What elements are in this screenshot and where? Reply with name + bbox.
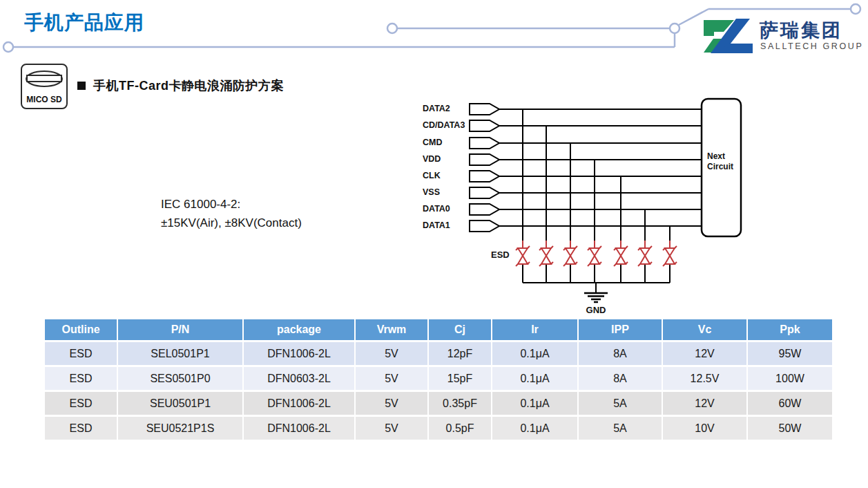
micro-sd-card-icon: MICO SD	[21, 64, 68, 109]
esd-diode-icons	[516, 241, 677, 266]
signal-arrow-icons	[470, 104, 499, 232]
table-cell: SEL0501P1	[118, 342, 244, 367]
table-cell: DFN0603-2L	[244, 367, 356, 392]
gnd-label: GND	[580, 305, 612, 315]
table-cell: 5A	[579, 417, 663, 442]
sd-card-glyph	[23, 69, 65, 88]
esd-diode	[614, 241, 628, 266]
table-cell: 8A	[579, 367, 663, 392]
table-row: ESD SES0501P0 DFN0603-2L 5V 15pF 0.1μA 8…	[45, 367, 832, 392]
signal-label-vss: VSS	[423, 187, 440, 197]
iec-note: IEC 61000-4-2: ±15KV(Air), ±8KV(Contact)	[161, 195, 302, 232]
table-cell: 12V	[663, 342, 748, 367]
table-cell: 0.5pF	[429, 417, 492, 442]
table-cell: ESD	[45, 392, 118, 417]
table-cell: 8A	[579, 342, 663, 367]
table-cell: ESD	[45, 342, 118, 367]
column-header: Vrwm	[356, 319, 429, 342]
signal-label-cddata3: CD/DATA3	[423, 120, 465, 130]
table-cell: 0.1μA	[492, 342, 579, 367]
table-cell: ESD	[45, 417, 118, 442]
esd-diode	[563, 241, 577, 266]
circuit-traces	[470, 104, 702, 293]
column-header: Ppk	[748, 319, 832, 342]
column-header: package	[244, 319, 356, 342]
table-cell: 15pF	[429, 367, 492, 392]
table-cell: 5V	[356, 342, 429, 367]
table-cell: 12V	[663, 392, 748, 417]
table-cell: 100W	[748, 367, 832, 392]
table-cell: 5A	[579, 392, 663, 417]
column-header: Vc	[663, 319, 748, 342]
column-header: Ir	[492, 319, 579, 342]
iec-note-line2: ±15KV(Air), ±8KV(Contact)	[161, 214, 302, 232]
esd-diode	[638, 241, 652, 266]
table-cell: 0.1μA	[492, 392, 579, 417]
table-cell: SES0501P0	[118, 367, 244, 392]
table-cell: DFN1006-2L	[244, 392, 356, 417]
section-heading-text: 手机TF-Card卡静电浪涌防护方案	[93, 77, 284, 94]
column-header: IPP	[579, 319, 663, 342]
table-cell: 12pF	[429, 342, 492, 367]
signal-label-data0: DATA0	[423, 204, 450, 214]
table-header-row: Outline P/N package Vrwm Cj Ir IPP Vc Pp…	[45, 319, 832, 342]
table-cell: DFN1006-2L	[244, 342, 356, 367]
table-cell: 60W	[748, 392, 832, 417]
table-row: ESD SEU0521P1S DFN1006-2L 5V 0.5pF 0.1μA…	[45, 417, 832, 442]
sd-icon-label: MICO SD	[26, 95, 61, 104]
table-cell: 0.35pF	[429, 392, 492, 417]
table-cell: SEU0521P1S	[118, 417, 244, 442]
table-cell: 12.5V	[663, 367, 748, 392]
signal-label-vdd: VDD	[423, 154, 441, 164]
table-cell: 5V	[356, 367, 429, 392]
iec-note-line1: IEC 61000-4-2:	[161, 195, 302, 214]
slide: { "page": { "title": "手机产品应用" }, "logo":…	[0, 0, 868, 488]
ground-icon	[584, 293, 608, 302]
table-row: ESD SEU0501P1 DFN1006-2L 5V 0.35pF 0.1μA…	[45, 392, 832, 417]
signal-label-data1: DATA1	[423, 220, 450, 230]
logo-name-cn: 萨瑞集团	[760, 18, 842, 43]
next-circuit-line2: Circuit	[707, 162, 741, 172]
page-title: 手机产品应用	[24, 10, 144, 36]
logo-name-en: SALLTECH GROUP	[760, 41, 863, 51]
esd-label: ESD	[491, 250, 510, 260]
section-heading: 手机TF-Card卡静电浪涌防护方案	[77, 77, 284, 94]
table-cell: 0.1μA	[492, 417, 579, 442]
esd-diode	[539, 241, 553, 266]
table-cell: 5V	[356, 392, 429, 417]
table-cell: DFN1006-2L	[244, 417, 356, 442]
parts-spec-table: Outline P/N package Vrwm Cj Ir IPP Vc Pp…	[45, 319, 832, 442]
signal-label-clk: CLK	[423, 171, 441, 180]
signal-label-data2: DATA2	[423, 104, 450, 113]
table-row: ESD SEL0501P1 DFN1006-2L 5V 12pF 0.1μA 8…	[45, 342, 832, 367]
esd-diode	[588, 241, 601, 266]
esd-diode	[663, 241, 677, 266]
table-cell: SEU0501P1	[118, 392, 244, 417]
table-cell: 10V	[663, 417, 748, 442]
company-logo-icon	[704, 19, 753, 53]
esd-diode	[516, 241, 530, 266]
next-circuit-line1: Next	[707, 151, 741, 162]
table-cell: ESD	[45, 367, 118, 392]
column-header: P/N	[118, 319, 244, 342]
column-header: Cj	[429, 319, 492, 342]
signal-label-cmd: CMD	[423, 138, 442, 147]
table-cell: 50W	[748, 417, 832, 442]
table-cell: 5V	[356, 417, 429, 442]
column-header: Outline	[45, 319, 118, 342]
next-circuit-label: Next Circuit	[702, 151, 741, 172]
table-cell: 0.1μA	[492, 367, 579, 392]
table-cell: 95W	[748, 342, 832, 367]
square-bullet-icon	[77, 82, 86, 90]
